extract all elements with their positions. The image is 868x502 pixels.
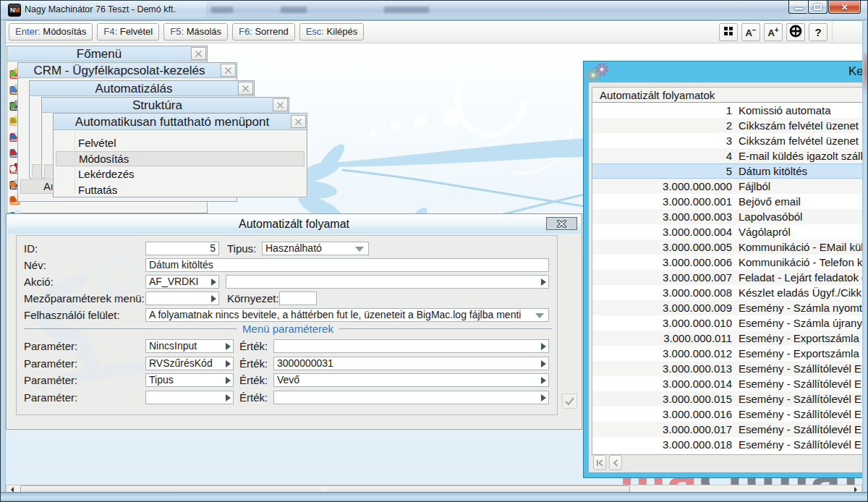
list-row[interactable]: 3.000.000.010Esemény - Számla újranyomt <box>592 315 868 331</box>
panel-titlebar: Ke <box>584 61 868 82</box>
row-id: 3.000.000.017 <box>592 422 732 437</box>
confirm-button[interactable] <box>562 393 577 409</box>
list-row[interactable]: 3.000.000.018Esemény - Szállítólevél Exp… <box>592 437 868 452</box>
row-id: 3.000.000.006 <box>592 255 732 270</box>
panel-automatizalt-folyamatok: Ke Automatizált folyamatok 1Komissió aut… <box>583 61 868 478</box>
row-name: Cikkszám felvétel üzenet <box>739 118 859 133</box>
close-icon[interactable] <box>273 98 288 111</box>
maximize-button[interactable] <box>808 0 827 14</box>
glass-ghost-text <box>211 7 233 13</box>
mezoparameterek-field[interactable] <box>145 292 219 305</box>
list-row[interactable]: 3.000.000.011Esemény - Exportszámla nyo <box>592 331 868 346</box>
list-row[interactable]: 2Cikkszám felvétel üzenet <box>592 118 868 133</box>
row-name: Cikkszám felvétel üzenet <box>739 133 859 148</box>
value-field-3[interactable]: Vevő <box>273 373 549 387</box>
toolbar-button-f6[interactable]: F6: Sorrend <box>232 23 295 41</box>
list-row[interactable]: 3Cikkszám felvétel üzenet <box>592 133 868 148</box>
menu-item-2[interactable]: Módosítás <box>56 151 305 166</box>
chevron-down-icon <box>535 313 544 318</box>
row-name: Fájlból <box>739 179 770 194</box>
id-field[interactable]: 5 <box>145 242 219 255</box>
list-row[interactable]: 3.000.000.016Esemény - Szállítólevél Exp… <box>592 407 868 422</box>
menu-item-3[interactable]: Lekérdezés <box>56 166 305 182</box>
list-row[interactable]: 3.000.000.017Esemény - Szállítólevél Exp… <box>592 422 868 437</box>
list-row[interactable]: 3.000.000.012Esemény - Exportszámla újra <box>592 346 868 361</box>
font-increase-button[interactable]: A+ <box>764 23 783 41</box>
lookup-arrow-icon <box>541 360 546 367</box>
menu-parameters-separator: Menü paraméterek <box>24 323 552 335</box>
list-row[interactable]: 3.000.000.008Készlet eladás Ügyf./Cikk M… <box>592 285 868 300</box>
layout-grid-button[interactable] <box>719 23 738 41</box>
row-id: 5 <box>592 163 732 179</box>
akcio-field[interactable]: AF_VRDKI <box>145 275 219 289</box>
dialog-title: Automatizált folyamat <box>7 215 581 234</box>
list-row[interactable]: 3.000.000.003Lapolvasóból <box>592 209 868 224</box>
value-field-2[interactable]: 3000000031 <box>273 357 549 370</box>
row-name: E-mail küldés igazolt szállításr <box>739 148 868 163</box>
gears-icon <box>586 63 612 82</box>
font-decrease-button[interactable]: A− <box>741 23 760 41</box>
toolbar-button-f4[interactable]: F4: Felvétel <box>97 23 159 41</box>
previous-record-button[interactable] <box>609 455 622 470</box>
window-auto-menupont: Automatikusan futtatható menüpont Felvét… <box>53 113 307 197</box>
list-row[interactable]: 4E-mail küldés igazolt szállításr <box>592 148 868 163</box>
tipus-dropdown[interactable]: Használható <box>262 242 369 255</box>
list-row[interactable]: 3.000.000.007Feladat - Lejárt feladatok … <box>592 270 868 285</box>
row-id: 3.000.000.010 <box>592 315 732 331</box>
value-field-4[interactable] <box>273 391 549 404</box>
list-row[interactable]: 3.000.000.001Bejövő email <box>592 194 868 209</box>
akcio-target-field[interactable] <box>226 275 549 289</box>
dialog-close-button[interactable] <box>546 217 577 230</box>
value-field-1[interactable] <box>273 339 549 353</box>
lookup-arrow-icon <box>541 343 546 350</box>
list-row[interactable]: 3.000.000.000Fájlból <box>592 179 868 194</box>
parameter-label: Paraméter: <box>24 357 77 370</box>
parameter-field-3[interactable]: Tipus <box>145 373 234 387</box>
glass-ghost-text <box>281 7 307 13</box>
nev-field[interactable]: Dátum kitöltés <box>145 258 549 272</box>
help-button[interactable]: ? <box>809 23 827 41</box>
layout-grid-icon <box>724 27 733 38</box>
felhasznaloi-dropdown[interactable]: A folyamatnak nincs bevitele, a háttérbe… <box>145 308 549 322</box>
row-id: 3.000.000.018 <box>592 437 732 452</box>
list-row[interactable]: 3.000.000.005Kommunikáció - EMail küldés <box>592 239 868 255</box>
parameter-field-4[interactable] <box>145 391 234 404</box>
close-icon[interactable] <box>221 64 236 77</box>
list-row[interactable]: 3.000.000.009Esemény - Számla nyomtatás <box>592 300 868 315</box>
toolbar-button-enter[interactable]: Enter: Módosítás <box>9 23 93 41</box>
close-button[interactable]: × <box>828 0 861 14</box>
row-id: 3.000.000.012 <box>592 346 732 361</box>
value-label: Érték: <box>239 391 268 404</box>
close-icon[interactable] <box>291 115 306 128</box>
parameter-field-1[interactable]: NincsInput <box>145 339 234 353</box>
toolbar-button-f5[interactable]: F5: Másolás <box>163 23 228 41</box>
application-window: machinator Főmenü CRM - Ügyfélkapcsolat-… <box>0 0 868 502</box>
menu-icon-separator <box>75 132 75 194</box>
menu-item-1[interactable]: Felvétel <box>56 135 305 150</box>
lookup-arrow-icon <box>541 377 546 384</box>
navigate-button[interactable] <box>786 23 805 41</box>
list-row[interactable]: 5Dátum kitöltés <box>592 163 868 179</box>
row-name: Esemény - Szállítólevél Expor <box>739 422 868 437</box>
border-logo-reflection <box>862 54 868 95</box>
list-row[interactable]: 3.000.000.015Esemény - Szállítólevél Ela… <box>592 391 868 407</box>
kornyezet-field[interactable] <box>279 292 317 305</box>
close-icon[interactable] <box>238 82 253 95</box>
first-record-button[interactable] <box>593 455 606 470</box>
list-row[interactable]: 3.000.000.004Vágólapról <box>592 224 868 239</box>
list-row[interactable]: 1Komissió automata <box>592 103 868 118</box>
list-row[interactable]: 3.000.000.013Esemény - Szállítólevél Ela… <box>592 361 868 376</box>
parameter-field-2[interactable]: RVSzűrésKód <box>145 357 234 370</box>
row-name: Vágólapról <box>739 224 791 239</box>
minimize-button[interactable] <box>788 0 808 14</box>
value-label: Érték: <box>239 339 268 353</box>
menu-item-4[interactable]: Futtatás <box>56 182 305 197</box>
minimize-icon <box>795 8 803 10</box>
row-id: 3.000.000.015 <box>592 391 732 407</box>
list-row[interactable]: 3.000.000.014Esemény - Szállítólevél Ela… <box>592 376 868 391</box>
close-icon[interactable] <box>191 47 206 60</box>
list-row[interactable]: 3.000.000.006Kommunikáció - Telefon kime <box>592 255 868 270</box>
parameter-label: Paraméter: <box>24 339 77 353</box>
row-id: 3.000.000.003 <box>592 209 732 224</box>
toolbar-button-esc[interactable]: Esc: Kilépés <box>299 23 365 41</box>
